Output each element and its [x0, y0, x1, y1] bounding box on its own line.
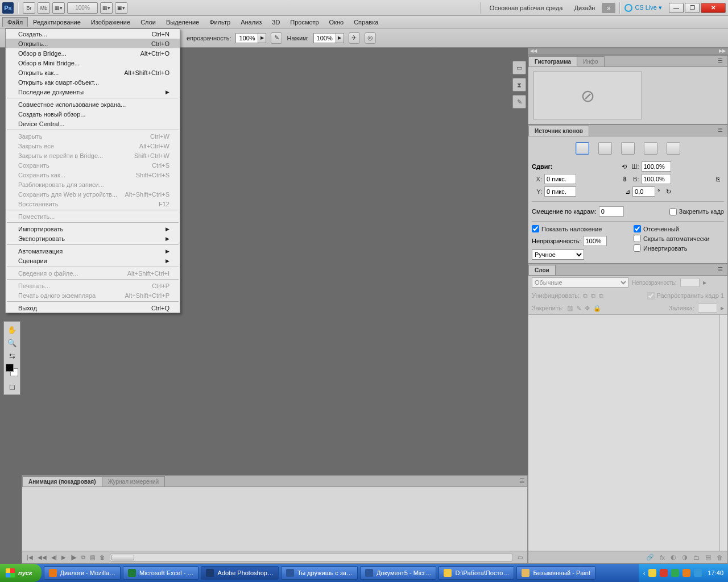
screen-mode-button[interactable]: ▣▾ — [115, 2, 127, 14]
window-minimize-button[interactable]: — — [669, 3, 684, 13]
zoom-tool[interactable]: 🔍 — [5, 336, 19, 349]
opacity-flyout-button[interactable]: ▶ — [258, 33, 266, 43]
overlay-opacity-input[interactable] — [583, 236, 607, 246]
frame-offset-input[interactable] — [599, 206, 624, 217]
taskbar-item[interactable]: Adobe Photoshop… — [201, 566, 278, 580]
taskbar-item[interactable]: Microsoft Excel - … — [123, 566, 198, 580]
tray-expand-icon[interactable]: ‹ — [643, 569, 646, 576]
dock-header[interactable]: ◀◀▶▶ — [528, 48, 728, 55]
menu-item[interactable]: Открыть...Ctrl+O — [6, 39, 180, 48]
clone-source-5[interactable] — [667, 142, 680, 155]
prev-frame-button[interactable]: ◀◀ — [38, 554, 47, 560]
taskbar-item[interactable]: Ты дружишь с за… — [281, 566, 358, 580]
arrange-docs-button[interactable]: ▦▾ — [100, 2, 113, 14]
clone-source-2[interactable] — [598, 142, 612, 155]
taskbar-item[interactable]: Диалоги - Mozilla… — [44, 566, 121, 580]
step-back-button[interactable]: ◀| — [51, 554, 57, 560]
tablet-pressure-size-icon[interactable]: ◎ — [365, 32, 376, 44]
foreground-color[interactable] — [6, 364, 14, 372]
tween-button[interactable]: ⧉ — [81, 554, 85, 561]
foreground-background-swap-icon[interactable]: ⇆ — [5, 350, 19, 362]
menu-item[interactable]: ВыходCtrl+Q — [6, 303, 180, 313]
lock-position-icon[interactable]: ✥ — [585, 305, 590, 312]
layer-opacity-input[interactable] — [680, 278, 700, 287]
collapsed-panel-icon[interactable]: ▭ — [512, 61, 526, 74]
window-close-button[interactable]: ✕ — [701, 3, 726, 13]
taskbar-item[interactable]: Безымянный - Paint — [516, 566, 595, 580]
layer-style-icon[interactable]: fx — [660, 554, 665, 561]
angle-input[interactable] — [632, 186, 655, 197]
overlay-mode-select[interactable]: Ручное — [532, 250, 584, 260]
menu-image[interactable]: Изображение — [86, 17, 135, 27]
link-wh-icon[interactable]: ⟲ — [622, 163, 627, 171]
tab-measurement-log[interactable]: Журнал измерений — [102, 476, 166, 487]
workspace-more-button[interactable]: » — [602, 3, 615, 13]
tab-animation[interactable]: Анимация (покадровая) — [22, 476, 102, 487]
menu-item[interactable]: Device Central... — [6, 119, 180, 128]
flow-flyout-button[interactable]: ▶ — [336, 33, 344, 43]
menu-item[interactable]: Создать...Ctrl+N — [6, 29, 180, 39]
delete-layer-icon[interactable]: 🗑 — [717, 554, 723, 561]
scale-w-input[interactable] — [642, 161, 671, 172]
tab-info[interactable]: Инфо — [577, 56, 605, 66]
workspace-essentials[interactable]: Основная рабочая среда — [485, 5, 568, 11]
tray-icon[interactable] — [648, 569, 656, 577]
new-layer-icon[interactable]: ▤ — [705, 554, 711, 561]
reset-transform-icon[interactable]: ↻ — [666, 188, 671, 196]
minibridge-button[interactable]: Mb — [38, 2, 50, 14]
tab-histogram[interactable]: Гистограмма — [528, 56, 577, 66]
clipped-checkbox[interactable]: Отсеченный — [634, 225, 724, 232]
menu-view[interactable]: Просмотр — [285, 17, 324, 27]
menu-help[interactable]: Справка — [349, 17, 383, 27]
menu-layers[interactable]: Слои — [135, 17, 161, 27]
scale-h-input[interactable] — [642, 174, 671, 184]
collapsed-panel-icon[interactable]: ⧗ — [512, 78, 526, 92]
cs-live-button[interactable]: CS Live ▾ — [624, 4, 662, 12]
fill-input[interactable] — [698, 304, 717, 313]
tray-icon[interactable] — [682, 569, 690, 577]
workspace-design[interactable]: Дизайн — [569, 5, 599, 11]
new-group-icon[interactable]: 🗀 — [693, 554, 700, 561]
quickmask-toggle[interactable]: ◻ — [5, 380, 19, 393]
taskbar-item[interactable]: Документ5 - Micr… — [360, 566, 436, 580]
offset-y-input[interactable] — [544, 186, 576, 197]
menu-item[interactable]: Создать новый обзор... — [6, 109, 180, 119]
link-constrain-icon[interactable]: ⎘ — [716, 176, 720, 182]
blend-mode-select[interactable]: Обычные — [532, 277, 628, 288]
propagate-frame-checkbox[interactable] — [647, 292, 655, 300]
bridge-button[interactable]: Br — [23, 2, 35, 14]
panel-menu-icon[interactable]: ☰ — [718, 266, 726, 273]
link-layers-icon[interactable]: 🔗 — [646, 554, 654, 561]
tray-icon[interactable] — [671, 569, 679, 577]
system-tray[interactable]: ‹ 17:40 — [639, 564, 728, 582]
menu-3d[interactable]: 3D — [267, 17, 285, 27]
play-button[interactable]: ▶ — [61, 554, 66, 560]
color-swatches[interactable] — [6, 364, 18, 376]
clone-source-1[interactable] — [576, 142, 589, 155]
lock-transparency-icon[interactable]: ▧ — [567, 305, 573, 312]
window-maximize-button[interactable]: ❐ — [685, 3, 700, 13]
flow-input[interactable] — [313, 33, 336, 43]
menu-window[interactable]: Окно — [324, 17, 349, 27]
menu-item[interactable]: Последние документы▶ — [6, 87, 180, 97]
menu-item[interactable]: Обзор в Bridge...Alt+Ctrl+O — [6, 48, 180, 58]
panel-menu-icon[interactable]: ☰ — [718, 127, 726, 134]
menu-select[interactable]: Выделение — [161, 17, 204, 27]
menu-filter[interactable]: Фильтр — [204, 17, 235, 27]
hand-tool[interactable]: ✋ — [5, 323, 19, 336]
tray-icon[interactable] — [660, 569, 668, 577]
menu-item[interactable]: Автоматизация▶ — [6, 246, 180, 256]
new-frame-button[interactable]: ▤ — [90, 554, 95, 560]
offset-x-input[interactable] — [544, 174, 576, 184]
menu-edit[interactable]: Редактирование — [28, 17, 86, 27]
clock[interactable]: 17:40 — [708, 569, 723, 576]
clone-source-4[interactable] — [644, 142, 657, 155]
collapsed-panel-icon[interactable]: ✎ — [512, 95, 526, 109]
menu-item[interactable]: Совместное использование экрана... — [6, 99, 180, 109]
start-button[interactable]: пуск — [0, 564, 42, 582]
layer-mask-icon[interactable]: ◐ — [671, 554, 676, 561]
lock-all-icon[interactable]: 🔒 — [593, 305, 601, 312]
opacity-input[interactable] — [235, 33, 258, 43]
menu-item[interactable]: Открыть как...Alt+Shift+Ctrl+O — [6, 68, 180, 77]
link-icon[interactable]: 𝟠 — [623, 176, 627, 183]
